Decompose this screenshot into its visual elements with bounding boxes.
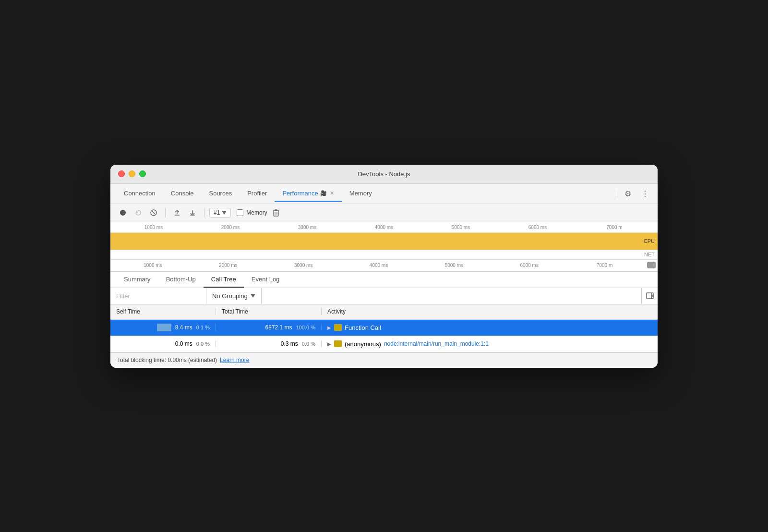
timeline-ruler-top: 1000 ms 2000 ms 3000 ms 4000 ms 5000 ms … [110,222,658,233]
timeline-ruler-bottom: 1000 ms 2000 ms 3000 ms 4000 ms 5000 ms … [110,260,658,271]
tab-performance-label: Performance [282,190,318,197]
tick2-7000: 7000 m [567,263,642,268]
activity-link-2[interactable]: node:internal/main/run_main_module:1:1 [384,340,489,347]
memory-checkbox-input[interactable] [237,209,243,216]
col-header-total-time: Total Time [216,308,322,315]
tab-call-tree[interactable]: Call Tree [204,272,244,288]
title-bar: DevTools - Node.js [110,165,658,184]
sidebar-toggle[interactable] [641,288,658,304]
table-row[interactable]: 0.0 ms 0.0 % 0.3 ms 0.0 % ▶ (anonymous) … [110,336,658,352]
traffic-lights [118,170,146,177]
tick-4000: 4000 ms [346,225,422,230]
devtools-window: DevTools - Node.js Connection Console So… [110,165,658,368]
learn-more-link[interactable]: Learn more [220,357,249,363]
memory-label: Memory [246,209,267,216]
record-button[interactable] [116,206,130,219]
total-pct-1: 100.0 % [296,325,315,330]
tab-memory[interactable]: Memory [342,186,380,202]
minimize-button[interactable] [129,170,135,177]
tab-performance[interactable]: Performance 🎥 ✕ [275,186,341,202]
self-ms-1: 8.4 ms [175,324,192,331]
timeline-ticks-top: 1000 ms 2000 ms 3000 ms 4000 ms 5000 ms … [110,225,658,230]
activity-name-1: Function Call [345,324,381,331]
expand-icon-1[interactable]: ▶ [327,325,331,330]
toolbar: #1 Memory [110,204,658,222]
tick-2000: 2000 ms [192,225,269,230]
download-button[interactable] [186,206,199,219]
table-header: Self Time Total Time Activity [110,304,658,320]
tab-bottom-up[interactable]: Bottom-Up [158,272,204,288]
tab-connection[interactable]: Connection [116,186,163,202]
expand-icon-2[interactable]: ▶ [327,341,331,347]
status-text: Total blocking time: 0.00ms (estimated) [117,357,217,363]
tab-performance-close[interactable]: ✕ [330,190,334,196]
table-row[interactable]: 8.4 ms 0.1 % 6872.1 ms 100.0 % ▶ Functio… [110,320,658,336]
reload-button[interactable] [132,206,145,219]
grouping-select[interactable]: No Grouping [206,288,262,304]
tab-sources[interactable]: Sources [201,186,240,202]
tick-1000: 1000 ms [115,225,192,230]
self-ms-2: 0.0 ms [175,340,192,347]
filter-bar: No Grouping [110,288,658,304]
grouping-label: No Grouping [212,292,248,300]
svg-rect-6 [274,211,278,216]
self-pct-2: 0.0 % [196,341,210,347]
tab-profiler[interactable]: Profiler [240,186,275,202]
cell-activity-2: ▶ (anonymous) node:internal/main/run_mai… [322,340,658,348]
tick-6000: 6000 ms [499,225,576,230]
cpu-label: CPU [644,238,655,244]
col-header-self-time: Self Time [110,308,216,315]
total-pct-2: 0.0 % [302,341,315,347]
col-header-activity: Activity [322,308,658,315]
total-ms-1: 6872.1 ms [265,324,292,331]
svg-point-0 [120,210,126,216]
folder-icon-2 [334,340,342,347]
clear-button[interactable] [147,206,160,219]
tick2-2000: 2000 ms [191,263,266,268]
scrollbar-handle[interactable] [647,262,656,268]
tick2-6000: 6000 ms [492,263,567,268]
delete-button[interactable] [269,206,283,219]
nav-separator [617,189,617,198]
upload-button[interactable] [170,206,184,219]
tab-event-log[interactable]: Event Log [244,272,288,288]
timeline-area: 1000 ms 2000 ms 3000 ms 4000 ms 5000 ms … [110,222,658,272]
svg-marker-5 [222,211,227,215]
analysis-tabs: Summary Bottom-Up Call Tree Event Log [110,272,658,288]
cell-total-time-2: 0.3 ms 0.0 % [216,340,322,347]
tab-console[interactable]: Console [163,186,202,202]
self-pct-1: 0.1 % [196,325,210,330]
svg-line-2 [152,211,155,214]
cell-self-time-2: 0.0 ms 0.0 % [110,340,216,347]
memory-checkbox[interactable]: Memory [237,209,267,216]
tick2-5000: 5000 ms [416,263,492,268]
more-icon[interactable]: ⋮ [638,187,652,200]
status-bar: Total blocking time: 0.00ms (estimated) … [110,352,658,368]
window-title: DevTools - Node.js [358,170,410,178]
self-time-bar-1 [157,324,171,331]
filter-input[interactable] [110,288,206,304]
nav-bar: Connection Console Sources Profiler Perf… [110,184,658,204]
table-area: Self Time Total Time Activity 8.4 ms 0.1… [110,304,658,352]
cell-self-time-1: 8.4 ms 0.1 % [110,324,216,331]
tick2-4000: 4000 ms [341,263,417,268]
tick2-1000: 1000 ms [115,263,191,268]
total-ms-2: 0.3 ms [281,340,298,347]
close-button[interactable] [118,170,125,177]
tab-summary[interactable]: Summary [116,272,158,288]
tick2-3000: 3000 ms [266,263,341,268]
tick-3000: 3000 ms [269,225,346,230]
cell-total-time-1: 6872.1 ms 100.0 % [216,324,322,331]
activity-name-2: (anonymous) [345,340,381,348]
net-row: NET [110,250,658,260]
tick-5000: 5000 ms [422,225,499,230]
recording-select[interactable]: #1 [209,208,231,218]
maximize-button[interactable] [139,170,146,177]
recording-select-value: #1 [214,209,220,216]
cpu-row[interactable]: CPU [110,233,658,250]
performance-camera-icon: 🎥 [320,190,327,196]
settings-icon[interactable]: ⚙ [621,187,635,200]
folder-icon-1 [334,324,342,331]
nav-tabs: Connection Console Sources Profiler Perf… [116,186,613,202]
cell-activity-1: ▶ Function Call [322,324,658,331]
